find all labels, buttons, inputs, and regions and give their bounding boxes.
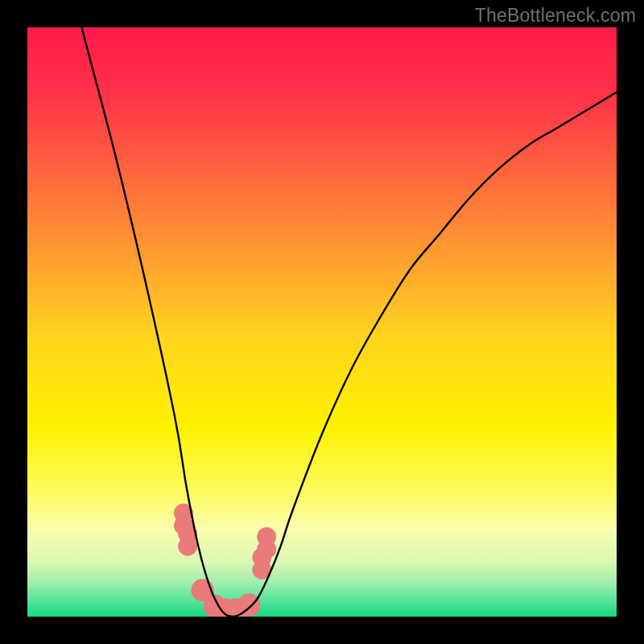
bottleneck-chart <box>27 27 617 617</box>
gradient-background <box>27 27 617 617</box>
attribution-label: TheBottleneck.com <box>475 5 636 27</box>
svg-point-3 <box>178 537 197 556</box>
plot-area <box>27 27 617 617</box>
chart-frame: TheBottleneck.com <box>0 0 644 644</box>
svg-point-12 <box>257 539 276 559</box>
